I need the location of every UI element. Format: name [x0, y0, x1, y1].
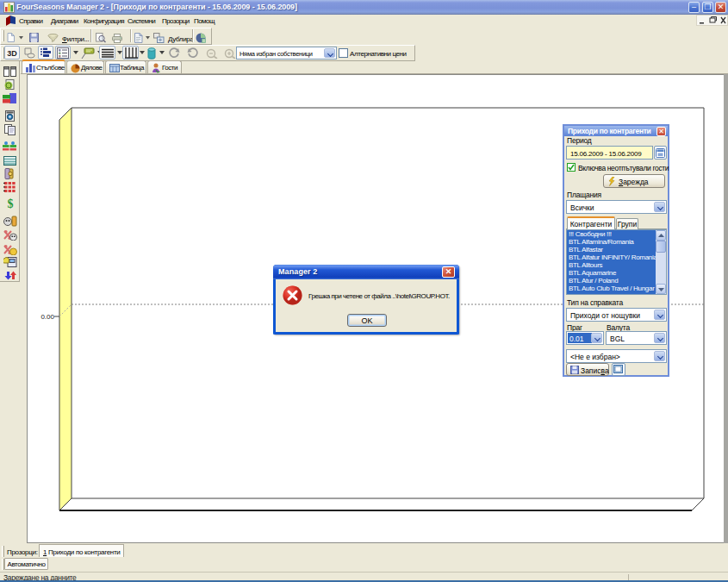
svg-text:0.00: 0.00: [40, 313, 54, 321]
svg-text:$: $: [8, 197, 14, 210]
